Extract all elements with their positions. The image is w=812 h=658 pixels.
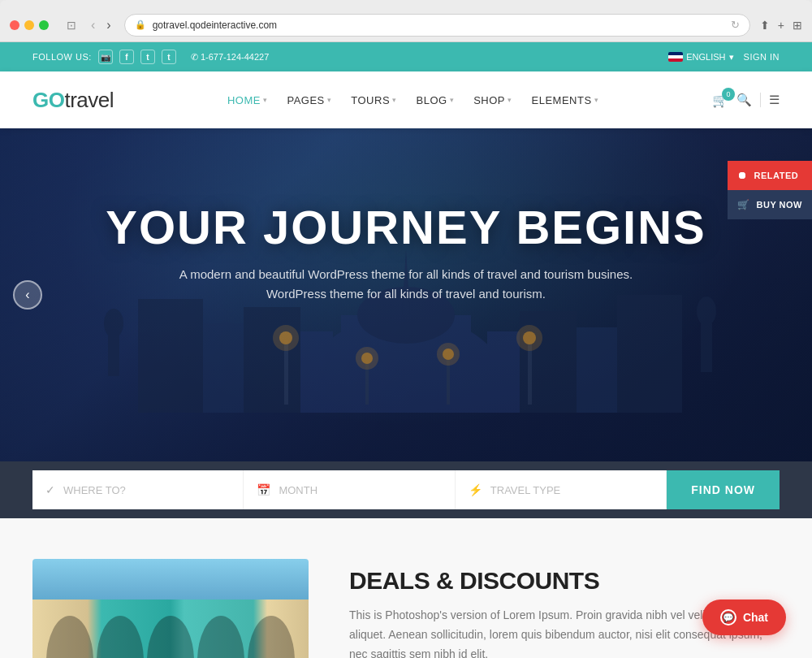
chevron-down-icon: ▾ [508, 96, 512, 104]
divider [760, 93, 761, 107]
sign-in-link[interactable]: SIGN IN [744, 52, 780, 62]
nav-item-elements[interactable]: ELEMENTS ▾ [524, 88, 607, 113]
hamburger-menu-icon[interactable]: ☰ [769, 93, 780, 107]
nav-home-label: HOME [227, 94, 261, 106]
deals-section: DEALS & DISCOUNTS This is Photoshop's ve… [0, 518, 812, 658]
nav-item-shop[interactable]: SHOP ▾ [465, 88, 520, 113]
chat-button[interactable]: 💬 Chat [702, 600, 786, 635]
deals-title: DEALS & DISCOUNTS [349, 567, 780, 595]
address-bar-wrapper: 🔒 ↻ [124, 14, 750, 37]
fullscreen-button[interactable] [39, 20, 49, 30]
twitter-icon[interactable]: t [140, 50, 155, 64]
location-icon: ✓ [45, 483, 55, 496]
type-icon: ⚡ [469, 483, 482, 496]
cart-button[interactable]: 🛒 0 [712, 93, 728, 108]
related-label: RELATED [754, 171, 799, 180]
share-button[interactable]: ⬆ [760, 19, 770, 32]
nav-actions: 🛒 0 🔍 ☰ [712, 93, 780, 108]
chevron-down-icon: ▾ [263, 96, 268, 104]
main-nav: HOME ▾ PAGES ▾ TOURS ▾ BLOG ▾ SHOP ▾ ELE… [219, 88, 607, 113]
svg-rect-3 [138, 299, 203, 413]
svg-point-23 [516, 325, 542, 351]
facebook-icon[interactable]: f [119, 50, 134, 64]
svg-rect-9 [577, 327, 617, 413]
month-field[interactable]: 📅 MONTH [244, 470, 455, 509]
language-selector[interactable]: ENGLISH ▾ [668, 52, 733, 63]
buy-now-button[interactable]: 🛒 BUY NOW [728, 190, 812, 219]
chevron-down-icon: ▾ [327, 96, 332, 104]
nav-item-tours[interactable]: TOURS ▾ [343, 88, 404, 113]
instagram-icon[interactable]: 📷 [98, 50, 113, 64]
refresh-button[interactable]: ↻ [731, 19, 740, 31]
site-logo[interactable]: GOtravel [32, 88, 114, 113]
svg-point-14 [273, 325, 299, 351]
lang-chevron-icon: ▾ [729, 52, 734, 63]
hero-subtitle: A modern and beautiful WordPress theme f… [0, 265, 812, 304]
travel-type-field[interactable]: ⚡ TRAVEL TYPE [456, 470, 667, 509]
hero-subtitle-line1: A modern and beautiful WordPress theme f… [179, 267, 633, 281]
svg-rect-25 [108, 335, 119, 376]
flag-icon [668, 52, 683, 62]
nav-shop-label: SHOP [473, 94, 505, 106]
address-bar[interactable] [153, 19, 724, 31]
traffic-lights [10, 20, 49, 30]
arch [46, 616, 93, 658]
top-bar-left: FOLLOW US: 📷 f t t ✆ 1-677-124-44227 [32, 50, 269, 64]
add-tab-button[interactable]: + [778, 19, 784, 32]
search-button[interactable]: 🔍 [736, 93, 752, 107]
logo-go: GO [32, 88, 64, 112]
nav-tours-label: TOURS [351, 94, 390, 106]
arches [46, 616, 295, 658]
window-controls: ⊡ [65, 19, 78, 32]
hero-subtitle-line2: WordPress theme for all kinds of travel … [266, 287, 546, 301]
phone-info: ✆ 1-677-124-44227 [191, 52, 269, 63]
cart-icon: 🛒 [737, 199, 750, 210]
where-to-field[interactable]: ✓ WHERE TO? [32, 470, 244, 509]
nav-buttons: ‹ › [88, 16, 114, 34]
back-button[interactable]: ‹ [88, 16, 98, 34]
site-header: GOtravel HOME ▾ PAGES ▾ TOURS ▾ BLOG ▾ S… [0, 71, 812, 128]
nav-item-pages[interactable]: PAGES ▾ [279, 88, 339, 113]
svg-point-20 [437, 343, 460, 366]
lock-icon: 🔒 [135, 19, 146, 30]
tumblr-icon[interactable]: t [162, 50, 176, 64]
chevron-down-icon: ▾ [450, 96, 455, 104]
nav-pages-label: PAGES [287, 94, 324, 106]
arch [147, 616, 194, 658]
hero-section: ‹ YOUR JOURNEY BEGINS A modern and beaut… [0, 128, 812, 461]
sidebar-toggle-icon[interactable]: ⊡ [65, 19, 78, 32]
buy-label: BUY NOW [757, 200, 802, 210]
forward-button[interactable]: › [103, 16, 114, 34]
hero-text: YOUR JOURNEY BEGINS A modern and beautif… [0, 128, 812, 304]
browser-chrome: ⊡ ‹ › 🔒 ↻ ⬆ + ⊞ [0, 0, 812, 42]
svg-rect-7 [487, 331, 520, 413]
travel-type-placeholder: TRAVEL TYPE [490, 484, 560, 496]
svg-rect-6 [300, 331, 333, 413]
website-content: FOLLOW US: 📷 f t t ✆ 1-677-124-44227 ENG… [0, 42, 812, 658]
related-button[interactable]: ⏺ RELATED [728, 161, 812, 190]
nav-item-home[interactable]: HOME ▾ [219, 88, 276, 113]
close-button[interactable] [10, 20, 19, 30]
find-now-button[interactable]: FIND NOW [667, 470, 780, 509]
minimize-button[interactable] [24, 20, 34, 30]
svg-point-17 [356, 347, 378, 370]
arch [248, 616, 295, 658]
social-icons: 📷 f t t [98, 50, 176, 64]
svg-rect-4 [203, 323, 244, 413]
nav-item-blog[interactable]: BLOG ▾ [408, 88, 463, 113]
hero-prev-button[interactable]: ‹ [13, 280, 42, 310]
nav-blog-label: BLOG [417, 94, 447, 106]
search-section: ✓ WHERE TO? 📅 MONTH ⚡ TRAVEL TYPE FIND N… [0, 461, 812, 518]
grid-button[interactable]: ⊞ [793, 19, 802, 32]
arch [197, 616, 244, 658]
cart-badge: 0 [722, 88, 735, 101]
logo-travel: travel [64, 88, 114, 112]
building-facade [32, 559, 309, 658]
hero-title: YOUR JOURNEY BEGINS [0, 201, 812, 253]
arch [97, 616, 144, 658]
chat-label: Chat [743, 611, 768, 624]
svg-rect-5 [244, 307, 300, 413]
nav-elements-label: ELEMENTS [532, 94, 592, 106]
month-placeholder: MONTH [279, 484, 317, 496]
follow-label: FOLLOW US: [32, 52, 92, 62]
